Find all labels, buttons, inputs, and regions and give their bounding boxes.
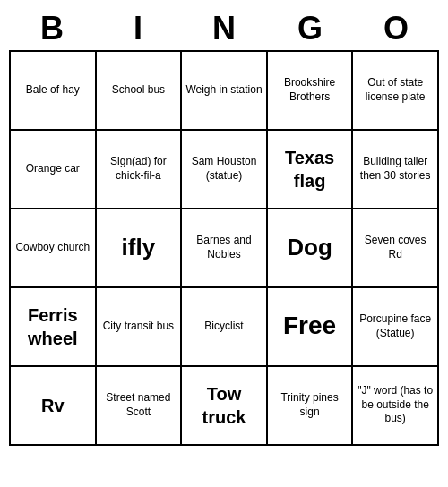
bingo-cell: Porcupine face (Statue) <box>353 288 439 367</box>
bingo-cell: Sign(ad) for chick-fil-a <box>97 131 183 209</box>
header-letter: N <box>181 7 267 50</box>
bingo-cell: Rv <box>11 367 97 446</box>
bingo-cell: Orange car <box>11 131 97 209</box>
bingo-cell: Barnes and Nobles <box>182 209 268 288</box>
bingo-cell: Seven coves Rd <box>353 209 439 288</box>
bingo-cell: Trinity pines sign <box>268 367 354 446</box>
header-letter: B <box>9 7 95 50</box>
bingo-cell: Tow truck <box>182 367 268 446</box>
bingo-cell: Brookshire Brothers <box>268 52 354 131</box>
bingo-grid: Bale of haySchool busWeigh in stationBro… <box>9 50 439 446</box>
bingo-cell: Weigh in station <box>182 52 268 131</box>
bingo-cell: Bicyclist <box>182 288 268 367</box>
bingo-cell: ifly <box>97 209 183 288</box>
bingo-cell: Cowboy church <box>11 209 97 288</box>
header-letter: O <box>353 7 439 50</box>
header-letter: G <box>267 7 353 50</box>
bingo-cell: Texas flag <box>268 131 354 209</box>
bingo-cell: Out of state license plate <box>353 52 439 131</box>
bingo-cell: Free <box>268 288 354 367</box>
bingo-cell: City transit bus <box>97 288 183 367</box>
bingo-header: BINGO <box>9 7 439 50</box>
bingo-card: BINGO Bale of haySchool busWeigh in stat… <box>9 7 439 446</box>
bingo-cell: Ferris wheel <box>11 288 97 367</box>
bingo-cell: Building taller then 30 stories <box>353 131 439 209</box>
bingo-cell: "J" word (has to be outside the bus) <box>353 367 439 446</box>
bingo-cell: Sam Houston (statue) <box>182 131 268 209</box>
header-letter: I <box>95 7 181 50</box>
bingo-cell: Bale of hay <box>11 52 97 131</box>
bingo-cell: Street named Scott <box>97 367 183 446</box>
bingo-cell: Dog <box>268 209 354 288</box>
bingo-cell: School bus <box>97 52 183 131</box>
